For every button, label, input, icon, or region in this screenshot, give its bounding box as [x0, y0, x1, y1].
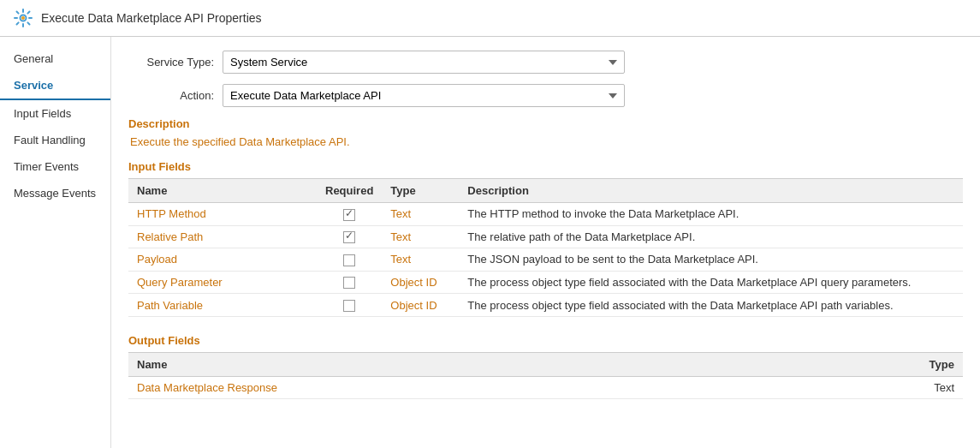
input-field-required — [317, 203, 382, 226]
output-fields-section-title: Output Fields — [128, 334, 963, 347]
col-header-type: Type — [382, 179, 459, 203]
input-field-name[interactable]: Relative Path — [128, 225, 317, 248]
input-field-name[interactable]: Payload — [128, 248, 317, 272]
input-field-type: Text — [382, 203, 459, 226]
table-row: HTTP MethodTextThe HTTP method to invoke… — [128, 203, 963, 226]
service-type-label: Service Type: — [128, 56, 214, 69]
sidebar-item-input-fields[interactable]: Input Fields — [0, 100, 110, 127]
col-header-description: Description — [459, 179, 963, 203]
input-field-required — [317, 294, 382, 317]
action-label: Action: — [128, 89, 214, 102]
description-section-title: Description — [128, 117, 963, 130]
gear-icon — [14, 9, 33, 27]
main-layout: General Service Input Fields Fault Handl… — [0, 37, 980, 448]
sidebar-item-fault-handling[interactable]: Fault Handling — [0, 127, 110, 153]
action-select[interactable]: Execute Data Marketplace API — [223, 84, 625, 107]
input-field-name[interactable]: Path Variable — [128, 294, 317, 317]
service-type-row: Service Type: System Service General Ser… — [128, 51, 963, 74]
table-row: Query ParameterObject IDThe process obje… — [128, 271, 963, 294]
checkbox-checked-icon — [343, 231, 355, 243]
sidebar: General Service Input Fields Fault Handl… — [0, 37, 111, 448]
input-field-type: Object ID — [382, 271, 459, 294]
action-row: Action: Execute Data Marketplace API — [128, 84, 963, 107]
content-area: Service Type: System Service General Ser… — [111, 37, 980, 448]
checkbox-unchecked-icon — [343, 300, 355, 312]
col-header-required: Required — [317, 179, 382, 203]
output-fields-table: Name Type Data Marketplace ResponseText — [128, 352, 963, 399]
checkbox-checked-icon — [343, 209, 355, 221]
input-field-type: Object ID — [382, 294, 459, 317]
sidebar-item-service[interactable]: Service — [0, 72, 110, 100]
table-row: Path VariableObject IDThe process object… — [128, 294, 963, 317]
checkbox-unchecked-icon — [343, 254, 355, 266]
output-col-header-name: Name — [128, 352, 787, 376]
page-title: Execute Data Marketplace API Properties — [41, 11, 262, 25]
input-field-name[interactable]: Query Parameter — [128, 271, 317, 294]
sidebar-item-message-events[interactable]: Message Events — [0, 180, 110, 206]
sidebar-item-timer-events[interactable]: Timer Events — [0, 153, 110, 180]
input-field-name[interactable]: HTTP Method — [128, 203, 317, 226]
svg-point-1 — [21, 16, 25, 20]
input-field-type: Text — [382, 248, 459, 272]
input-field-description: The relative path of the Data Marketplac… — [459, 225, 963, 248]
table-row: PayloadTextThe JSON payload to be sent t… — [128, 248, 963, 272]
checkbox-unchecked-icon — [343, 277, 355, 289]
table-row: Relative PathTextThe relative path of th… — [128, 225, 963, 248]
input-field-required — [317, 248, 382, 272]
input-field-required — [317, 271, 382, 294]
output-field-name[interactable]: Data Marketplace Response — [128, 376, 787, 398]
input-fields-section-title: Input Fields — [128, 160, 963, 173]
output-field-type: Text — [787, 376, 963, 398]
table-row: Data Marketplace ResponseText — [128, 376, 963, 398]
input-field-description: The JSON payload to be sent to the Data … — [459, 248, 963, 272]
output-col-header-type: Type — [787, 352, 963, 376]
output-table-header-row: Name Type — [128, 352, 963, 376]
description-text: Execute the specified Data Marketplace A… — [128, 135, 963, 148]
input-field-type: Text — [382, 225, 459, 248]
service-type-select[interactable]: System Service General Service — [223, 51, 625, 74]
sidebar-item-general[interactable]: General — [0, 45, 110, 72]
input-table-header-row: Name Required Type Description — [128, 179, 963, 203]
input-field-description: The process object type field associated… — [459, 271, 963, 294]
input-field-description: The HTTP method to invoke the Data Marke… — [459, 203, 963, 226]
header: Execute Data Marketplace API Properties — [0, 0, 980, 37]
input-field-required — [317, 225, 382, 248]
input-field-description: The process object type field associated… — [459, 294, 963, 317]
col-header-name: Name — [128, 179, 317, 203]
input-fields-table: Name Required Type Description HTTP Meth… — [128, 178, 963, 317]
